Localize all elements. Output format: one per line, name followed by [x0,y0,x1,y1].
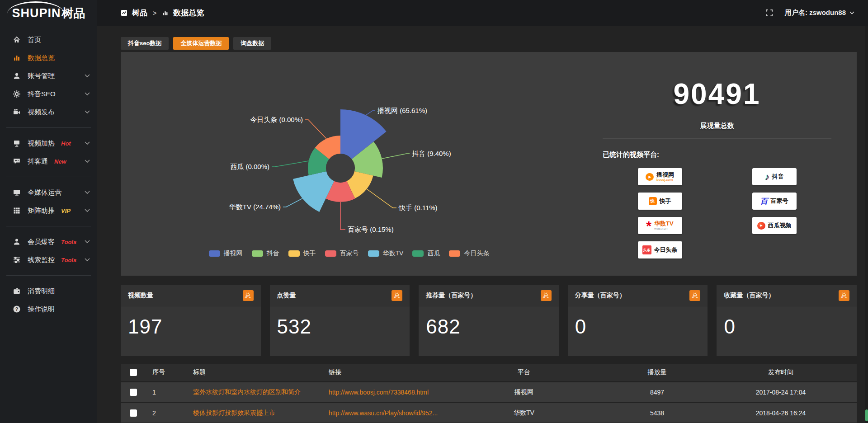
rose-pie-chart: 播视网 (65.61%)抖音 (9.40%)快手 (0.11%)百家号 (0.1… [121,52,577,246]
home-icon [13,36,21,44]
tab-抖音seo数据[interactable]: 抖音seo数据 [121,37,169,50]
sidebar-item-操作说明[interactable]: ?操作说明 [0,300,97,318]
fullscreen-icon[interactable] [765,9,773,17]
tab-询盘数据[interactable]: 询盘数据 [233,37,271,50]
sidebar-item-视频加热[interactable]: 视频加热Hot [0,134,97,152]
sidebar-item-label: 线索监控 [28,256,55,264]
platform-name: 今日头条 [654,247,678,253]
platform-name: 百家号 [771,198,788,204]
col-header: 平台 [458,368,590,376]
stat-card-header: 收藏量（百家号） 总 [717,285,857,306]
col-header: 链接 [322,368,458,376]
legend-item-今日头条[interactable]: 今日头条 [449,249,489,258]
legend-swatch [252,250,263,257]
sidebar-divider [6,127,91,128]
cell-title[interactable]: 楼体投影灯投影效果震撼上市 [186,409,322,417]
sidebar-item-数据总览[interactable]: 数据总览 [0,49,97,67]
stat-card-推荐量（百家号）: 推荐量（百家号） 总 682 [419,285,559,356]
legend-label: 播视网 [224,249,243,258]
sidebar-item-消费明细[interactable]: 消费明细 [0,282,97,300]
legend-swatch [412,250,424,257]
sliders-icon [13,256,21,264]
stat-card-点赞量: 点赞量 总 532 [270,285,410,356]
gear-icon [13,90,21,98]
sidebar-item-首页[interactable]: 首页 [0,31,97,49]
col-header: 标题 [186,368,322,376]
pie-slice-华数TV[interactable] [293,171,334,212]
pie-label: 西瓜 (0.00%) [230,163,269,170]
legend-item-西瓜[interactable]: 西瓜 [412,249,440,258]
platform-name: 华数TV [654,221,674,227]
sidebar-nav: 首页数据总览账号管理抖音SEO视频发布视频加热Hot抖客通New全媒体运营矩阵助… [0,26,97,318]
stat-cards: 视频数量 总 197 点赞量 总 532 推荐量（百家号） 总 682 分享量（… [121,285,857,356]
chevron-down-icon [85,240,90,244]
cell-platform: 播视网 [458,388,590,396]
legend-item-百家号[interactable]: 百家号 [325,249,359,258]
table-row: 1 室外水纹灯和室内水纹灯的区别和简介 http://www.boosj.com… [121,382,857,402]
legend-swatch [368,250,379,257]
pie-label-line [283,198,302,207]
help-icon: ? [13,305,21,313]
sidebar-item-label: 全媒体运营 [28,188,61,197]
chart-legend: 播视网抖音快手百家号华数TV西瓜今日头条 [121,249,577,258]
sidebar-item-badge: New [54,158,66,165]
legend-label: 华数TV [383,249,404,258]
legend-item-快手[interactable]: 快手 [288,249,316,258]
sidebar-item-全媒体运营[interactable]: 全媒体运营 [0,183,97,202]
stat-card-header: 分享量（百家号） 总 [568,285,708,306]
app-logo[interactable]: SHUPIN 树品 [0,0,97,26]
cell-title[interactable]: 室外水纹灯和室内水纹灯的区别和简介 [186,388,322,396]
chevron-down-icon [85,74,90,78]
stat-card-value: 0 [568,306,708,338]
sidebar-item-线索监控[interactable]: 线索监控Tools [0,251,97,269]
pie-label-line [305,120,326,139]
platforms-column: ▶播视网boosj.com快快手*华数TVwasu.cn头条今日头条 [603,168,717,258]
cell-link[interactable]: http://www.wasu.cn/Play/show/id/952... [322,409,458,417]
col-header: 序号 [146,368,186,376]
cell-link[interactable]: http://www.boosj.com/7338468.html [322,389,458,396]
row-checkbox[interactable] [130,409,137,417]
cell-plays: 8497 [590,389,724,396]
pie-label-line [272,161,309,167]
svg-text:?: ? [15,306,18,312]
toutiao-logo-icon: 头条 [642,245,651,254]
xigua-logo-icon: ▶ [757,222,765,230]
scrollbar-thumb[interactable] [865,409,868,421]
page-scrollbar[interactable] [865,26,868,423]
sidebar-divider [6,275,91,276]
cell-published: 2018-04-26 16:24 [724,409,838,417]
stat-card-视频数量: 视频数量 总 197 [121,285,261,356]
sidebar-item-抖客通[interactable]: 抖客通New [0,152,97,170]
sidebar-item-label: 数据总览 [28,54,55,62]
sidebar-item-账号管理[interactable]: 账号管理 [0,67,97,85]
sidebar-item-badge: VIP [61,207,71,214]
legend-item-华数TV[interactable]: 华数TV [368,249,404,258]
stat-card-header: 视频数量 总 [121,285,261,306]
select-all-checkbox[interactable] [130,369,137,376]
row-checkbox[interactable] [130,389,137,396]
sidebar-item-label: 抖客通 [28,157,48,166]
platform-badge-快手: 快快手 [638,193,682,210]
tab-全媒体运营数据[interactable]: 全媒体运营数据 [173,37,229,50]
sidebar-item-视频发布[interactable]: 视频发布 [0,103,97,121]
stat-card-title: 推荐量（百家号） [426,291,476,300]
stat-card-title: 分享量（百家号） [575,291,626,300]
legend-label: 百家号 [340,249,359,258]
baijiahao-logo-icon: 百 [760,196,768,207]
legend-item-抖音[interactable]: 抖音 [252,249,279,258]
stat-card-value: 0 [717,306,857,338]
chart-icon [13,54,21,62]
sidebar-item-抖音SEO[interactable]: 抖音SEO [0,85,97,103]
sidebar-item-会员爆客[interactable]: 会员爆客Tools [0,233,97,251]
breadcrumb-root[interactable]: 树品 [132,8,147,18]
total-badge: 总 [243,290,254,301]
sidebar-item-矩阵助推[interactable]: 矩阵助推VIP [0,202,97,220]
col-header: 播放量 [590,368,724,376]
legend-item-播视网[interactable]: 播视网 [209,249,243,258]
user-menu[interactable]: 用户名: zswodun88 [785,9,854,17]
sidebar-item-badge: Hot [61,140,71,147]
cell-index: 2 [146,409,186,417]
platform-domain: boosj.com [656,178,673,182]
legend-label: 今日头条 [464,249,489,258]
kuaishou-logo-icon: 快 [649,197,657,205]
